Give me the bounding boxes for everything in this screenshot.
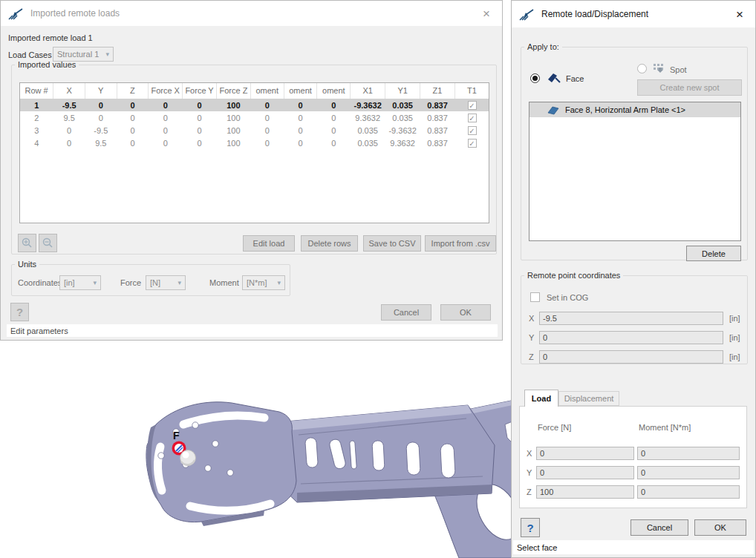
force-y-input[interactable] (536, 466, 634, 479)
table-header-z[interactable]: Z (117, 83, 149, 99)
table-cell[interactable]: 9.5 (53, 111, 85, 124)
save-to-csv-button[interactable]: Save to CSV (363, 235, 421, 252)
moment-y-input[interactable] (637, 466, 740, 479)
table-cell[interactable]: 0 (183, 99, 217, 111)
face-radio[interactable] (530, 73, 540, 83)
moment-unit-select[interactable]: [N*m]▾ (242, 275, 285, 290)
table-cell[interactable]: 2 (20, 111, 53, 124)
table-header-force-x[interactable]: Force X (149, 83, 183, 99)
table-cell[interactable]: -9.3632 (385, 124, 420, 137)
table-cell[interactable]: 0 (250, 111, 284, 124)
table-cell[interactable]: 100 (216, 111, 250, 124)
cancel-button[interactable]: Cancel (381, 304, 431, 321)
close-icon[interactable]: × (478, 6, 495, 22)
table-cell[interactable]: 0 (250, 137, 284, 149)
help-button[interactable]: ? (10, 303, 29, 321)
panel-titlebar[interactable]: Remote load/Displacement × (512, 1, 755, 27)
table-cell[interactable]: 100 (216, 124, 250, 137)
table-cell-checkbox[interactable]: ✓ (455, 111, 489, 124)
table-cell[interactable]: 0.837 (420, 137, 455, 149)
table-cell[interactable]: 0 (85, 99, 117, 111)
table-cell[interactable]: 100 (216, 99, 250, 111)
table-header-row-[interactable]: Row # (20, 83, 53, 99)
table-cell[interactable]: 9.5 (85, 137, 117, 149)
imported-values-table-container[interactable]: Row #XYZForce XForce YForce Zomentomento… (19, 82, 489, 223)
zoom-in-button[interactable] (18, 234, 36, 252)
table-cell[interactable]: 0 (250, 124, 284, 137)
row-checkbox[interactable]: ✓ (468, 139, 477, 148)
coord-z-input[interactable] (539, 350, 723, 364)
force-unit-select[interactable]: [N]▾ (146, 275, 186, 290)
force-z-input[interactable] (536, 485, 634, 499)
table-cell[interactable]: 0 (149, 124, 183, 137)
delete-rows-button[interactable]: Delete rows (301, 235, 358, 252)
table-header-x1[interactable]: X1 (351, 83, 385, 99)
tab-load[interactable]: Load (524, 390, 558, 407)
table-header-force-y[interactable]: Force Y (183, 83, 217, 99)
table-cell[interactable]: 4 (20, 137, 53, 149)
row-checkbox[interactable]: ✓ (468, 101, 477, 110)
table-cell[interactable]: 0.035 (351, 124, 385, 137)
ok-button[interactable]: OK (694, 519, 746, 536)
table-cell[interactable]: 0 (317, 124, 351, 137)
table-header-t1[interactable]: T1 (455, 83, 489, 99)
coord-x-input[interactable] (539, 312, 723, 325)
force-x-input[interactable] (536, 447, 634, 460)
table-cell-checkbox[interactable]: ✓ (455, 137, 489, 149)
imported-values-table[interactable]: Row #XYZForce XForce YForce Zomentomento… (20, 83, 489, 149)
spot-radio[interactable] (637, 64, 647, 73)
table-cell[interactable]: 0 (183, 124, 217, 137)
table-header-force-z[interactable]: Force Z (216, 83, 250, 99)
tab-displacement[interactable]: Displacement (558, 391, 619, 406)
table-cell[interactable]: 0.035 (351, 137, 385, 149)
moment-z-input[interactable] (637, 485, 740, 499)
table-cell[interactable]: 0 (117, 137, 149, 149)
coord-y-input[interactable] (539, 331, 723, 344)
table-cell[interactable]: 0 (149, 137, 183, 149)
table-cell[interactable]: 0 (117, 111, 149, 124)
create-new-spot-button[interactable]: Create new spot (637, 79, 742, 96)
moment-x-input[interactable] (637, 447, 740, 460)
table-cell[interactable]: 0 (284, 111, 317, 124)
table-cell[interactable]: 0.035 (385, 99, 420, 111)
table-cell[interactable]: 0.837 (420, 111, 455, 124)
table-cell[interactable]: -9.3632 (351, 99, 385, 111)
graphics-viewport[interactable]: F (0, 341, 511, 558)
table-row[interactable]: 29.500001000009.36320.0350.837✓ (20, 111, 489, 124)
close-icon[interactable]: × (731, 7, 748, 22)
table-header-oment[interactable]: oment (284, 83, 317, 99)
table-cell[interactable]: -9.5 (53, 99, 85, 111)
table-cell[interactable]: 0 (117, 99, 149, 111)
table-cell[interactable]: 0 (317, 111, 351, 124)
table-cell[interactable]: 0.837 (420, 124, 455, 137)
zoom-out-button[interactable] (39, 234, 57, 252)
table-cell[interactable]: 0 (317, 99, 351, 111)
table-header-y1[interactable]: Y1 (385, 83, 420, 99)
selection-listbox[interactable]: Face 8, Horizontal Arm Plate <1> (529, 102, 741, 241)
table-cell[interactable]: 0 (149, 111, 183, 124)
table-cell[interactable]: 0 (149, 99, 183, 111)
table-cell[interactable]: 0.035 (385, 111, 420, 124)
table-row[interactable]: 30-9.50001000000.035-9.36320.837✓ (20, 124, 489, 137)
table-cell[interactable]: 0 (117, 124, 149, 137)
table-cell[interactable]: 0 (284, 124, 317, 137)
table-cell[interactable]: 9.3632 (351, 111, 385, 124)
table-row[interactable]: 409.50001000000.0359.36320.837✓ (20, 137, 489, 149)
table-header-z1[interactable]: Z1 (420, 83, 455, 99)
table-cell-checkbox[interactable]: ✓ (455, 99, 489, 111)
list-item[interactable]: Face 8, Horizontal Arm Plate <1> (529, 102, 740, 117)
table-header-x[interactable]: X (53, 83, 85, 99)
cancel-button[interactable]: Cancel (630, 519, 688, 536)
row-checkbox[interactable]: ✓ (468, 126, 477, 135)
delete-button[interactable]: Delete (686, 246, 741, 261)
row-checkbox[interactable]: ✓ (468, 114, 477, 122)
table-cell[interactable]: 0 (85, 111, 117, 124)
table-cell[interactable]: 0 (284, 99, 317, 111)
table-cell[interactable]: 0 (284, 137, 317, 149)
edit-load-button[interactable]: Edit load (243, 235, 295, 252)
table-cell[interactable]: -9.5 (85, 124, 117, 137)
table-cell-checkbox[interactable]: ✓ (455, 124, 489, 137)
table-header-oment[interactable]: oment (317, 83, 351, 99)
table-cell[interactable]: 9.3632 (385, 137, 420, 149)
table-cell[interactable]: 0 (53, 124, 85, 137)
